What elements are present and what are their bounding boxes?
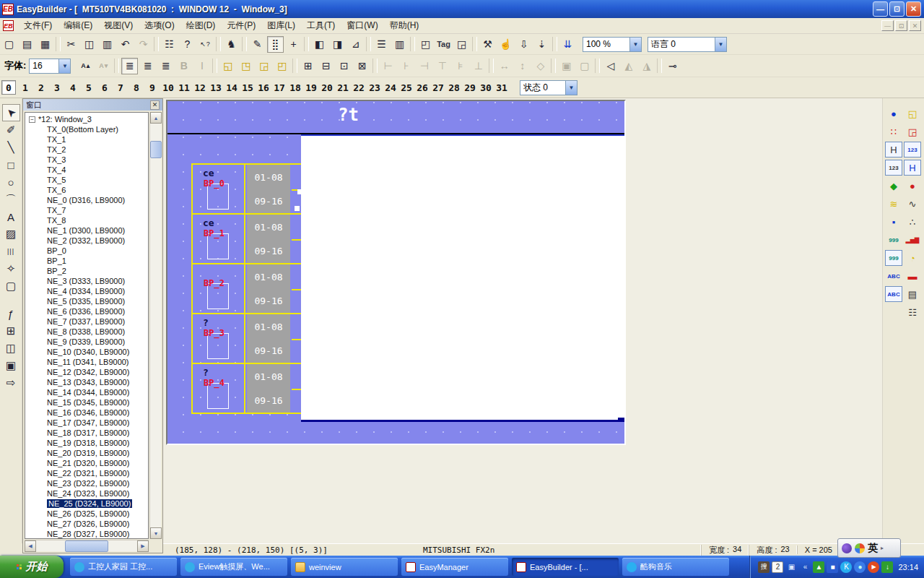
menu-item[interactable]: 绘图(D): [180, 17, 222, 34]
scroll-down-icon[interactable]: ▼: [150, 527, 162, 539]
ime-language-bar[interactable]: 英 ▸: [837, 538, 901, 558]
select-tool-icon[interactable]: ➤: [2, 104, 20, 121]
resize-handle[interactable]: [618, 418, 624, 422]
recipe-icon[interactable]: ▤: [904, 286, 921, 302]
flip-icon[interactable]: ◁: [602, 58, 619, 74]
print-icon[interactable]: ☷: [161, 36, 178, 53]
state-number-button[interactable]: 14: [224, 80, 240, 95]
taskbar-task-button[interactable]: 工控人家园 工控...: [70, 558, 177, 576]
align-left-icon[interactable]: ≣: [121, 58, 138, 74]
copy-icon[interactable]: ◫: [81, 36, 97, 53]
font-size-combo[interactable]: 16 ▼: [29, 59, 71, 74]
range-cell[interactable]: 01-08: [247, 215, 290, 241]
italic-icon[interactable]: I: [193, 58, 210, 74]
tree-item[interactable]: − NE_8 (D338, LB9000): [25, 327, 148, 337]
tree-item[interactable]: − NE_17 (D347, LB9000): [25, 418, 148, 428]
bit-lamp-icon[interactable]: ●: [885, 105, 902, 121]
tree-item[interactable]: − NE_20 (D319, LB9000): [25, 448, 148, 458]
tree-item[interactable]: − NE_6 (D336, LB9000): [25, 306, 148, 316]
tree-item[interactable]: − NE_9 (D339, LB9000): [25, 337, 148, 347]
ime-tray-icon[interactable]: 搜: [758, 561, 770, 573]
menu-item[interactable]: 选项(O): [139, 17, 180, 34]
tree-item[interactable]: − NE_11 (D341, LB9000): [25, 357, 148, 367]
state-number-button[interactable]: 2: [33, 80, 49, 95]
tree-item[interactable]: − NE_18 (D317, LB9000): [25, 428, 148, 438]
set-word-icon[interactable]: 123: [885, 160, 902, 176]
hmi-window-title-text[interactable]: ?t: [338, 105, 359, 125]
tree-item[interactable]: − NE_14 (D344, LB9000): [25, 387, 148, 397]
bring-to-front-icon[interactable]: ◱: [219, 58, 236, 74]
range-cell[interactable]: 09-16: [247, 289, 290, 313]
tree-item[interactable]: − NE_7 (D337, LB9000): [25, 316, 148, 327]
line-tool-icon[interactable]: ╲: [2, 139, 20, 156]
taskbar-task-button[interactable]: EasyBuilder - [...: [512, 558, 619, 576]
mdi-close-button[interactable]: ✕: [909, 20, 921, 31]
meter-display-icon[interactable]: ◔: [904, 250, 921, 266]
range-cell[interactable]: 09-16: [247, 189, 290, 213]
range-cell[interactable]: 09-16: [247, 339, 290, 363]
menu-item[interactable]: 元件(P): [221, 17, 261, 34]
mirror-horizontal-icon[interactable]: ◭: [620, 58, 637, 74]
help-tray-icon[interactable]: 2: [772, 561, 783, 573]
tree-item[interactable]: − BP_2: [25, 266, 148, 276]
tag-edit-icon[interactable]: ◲: [453, 36, 470, 53]
menu-item[interactable]: 窗口(W): [341, 17, 383, 34]
set-bit-icon[interactable]: H: [885, 142, 902, 158]
draw-pen-icon[interactable]: ✎: [249, 36, 266, 53]
polygon-tool-icon[interactable]: ✧: [2, 260, 20, 277]
send-object-icon[interactable]: ⇨: [2, 374, 20, 392]
tree-item[interactable]: − TX_3: [25, 155, 148, 165]
xy-plot-icon[interactable]: ∴: [904, 214, 921, 230]
scale-tool-icon[interactable]: |||: [2, 243, 20, 260]
new-icon[interactable]: ▢: [1, 36, 17, 53]
tree-item[interactable]: − NE_12 (D342, LB9000): [25, 367, 148, 377]
measure-icon[interactable]: ⊿: [347, 36, 364, 53]
align-bottoms-icon[interactable]: ⊥: [470, 58, 487, 74]
state-number-button[interactable]: 10: [160, 80, 176, 95]
tree-item[interactable]: − NE_10 (D340, LB9000): [25, 347, 148, 357]
tree-item[interactable]: − TX_6: [25, 185, 148, 195]
tree-item[interactable]: − NE_21 (D320, LB9000): [25, 458, 148, 468]
state-number-button[interactable]: 11: [176, 80, 192, 95]
tag-new-icon[interactable]: ◰: [417, 36, 434, 53]
clock[interactable]: 23:14: [898, 563, 918, 571]
numeric-tag-icon[interactable]: 123: [904, 142, 921, 158]
ime-language-label[interactable]: 英: [868, 542, 878, 555]
tree-item[interactable]: − NE_4 (D334, LB9000): [25, 286, 148, 296]
tag-text-icon[interactable]: Tag: [435, 36, 452, 53]
tree-item[interactable]: − *12: Window_3: [25, 114, 148, 124]
update-tray-icon[interactable]: ↓: [881, 561, 893, 573]
bit-tag-icon[interactable]: H: [904, 160, 921, 176]
transform-tool-icon[interactable]: ✐: [2, 121, 20, 139]
moving-shape-icon[interactable]: ≋: [885, 196, 902, 212]
chevron-down-icon[interactable]: ▼: [629, 38, 641, 51]
state-number-button[interactable]: 17: [271, 80, 287, 95]
alarm-display-icon[interactable]: ●: [904, 178, 921, 194]
mdi-restore-button[interactable]: ⊡: [895, 20, 907, 31]
taskbar-task-button[interactable]: EasyManager: [401, 558, 508, 576]
bar-graph-icon[interactable]: ▂▅▇: [904, 232, 921, 248]
window-object-icon[interactable]: ▣: [2, 357, 20, 374]
group-object-icon[interactable]: ◫: [2, 340, 20, 357]
pin-icon[interactable]: ⊸: [664, 58, 681, 74]
tree-item[interactable]: − BP_1: [25, 256, 148, 266]
state-number-button[interactable]: 18: [287, 80, 303, 95]
restore-button[interactable]: ⊡: [889, 1, 905, 17]
fit-width-icon[interactable]: ⊞: [300, 58, 316, 74]
close-icon[interactable]: ✕: [150, 100, 160, 110]
scrollbar-thumb[interactable]: [65, 540, 108, 552]
state-number-button[interactable]: 0: [1, 80, 16, 95]
tree-item[interactable]: − NE_2 (D332, LB9000): [25, 236, 148, 246]
function-key-icon[interactable]: ◆: [885, 178, 902, 194]
same-width-icon[interactable]: ↔: [496, 58, 513, 74]
collapse-tray-icon[interactable]: «: [799, 561, 811, 573]
tree-item[interactable]: − TX_0(Bottom Layer): [25, 124, 148, 134]
state-number-button[interactable]: 12: [192, 80, 208, 95]
group-label-cell[interactable]: ce BP_0: [193, 165, 245, 213]
state-number-button[interactable]: 31: [494, 80, 510, 95]
expander-icon[interactable]: −: [29, 116, 35, 123]
hand-test-icon[interactable]: ☝: [497, 36, 514, 53]
mdi-minimize-button[interactable]: —: [881, 20, 894, 31]
trend-display-icon[interactable]: ∿: [904, 196, 921, 212]
shape-tool-icon[interactable]: ▢: [2, 277, 20, 295]
